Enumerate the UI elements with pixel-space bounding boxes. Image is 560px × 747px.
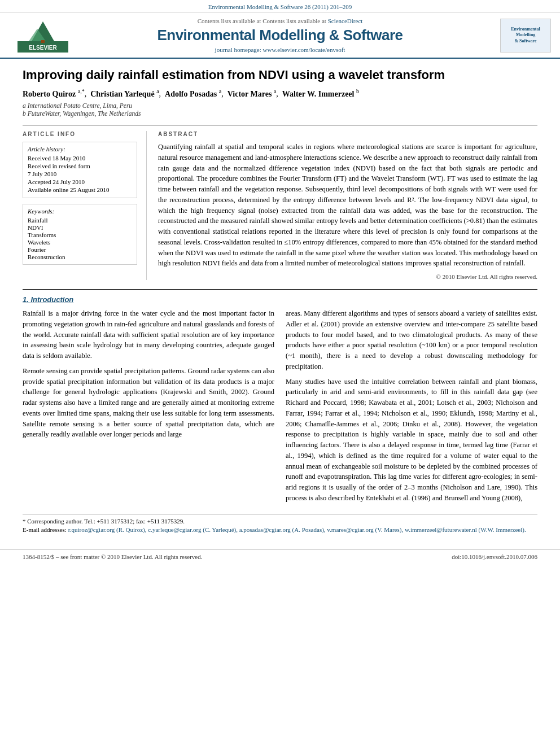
footnote-star: * Corresponding author. Tel.: +511 31753… <box>23 518 537 525</box>
journal-logo-right: EnvironmentalModelling& Software <box>483 19 551 53</box>
footer-doi: doi:10.1016/j.envsoft.2010.07.006 <box>452 553 537 560</box>
keyword-transforms: Transforms <box>28 231 132 238</box>
affiliation-b: b FutureWater, Wageningen, The Netherlan… <box>23 110 537 117</box>
author-yarlequé: Christian Yarlequé <box>90 90 154 98</box>
journal-homepage: journal homepage: www.elsevier.com/locat… <box>82 46 478 53</box>
top-bar: Environmental Modelling & Software 26 (2… <box>0 0 560 13</box>
journal-cover-image: EnvironmentalModelling& Software <box>500 19 551 53</box>
article-title: Improving daily rainfall estimation from… <box>23 68 537 82</box>
article-content: Improving daily rainfall estimation from… <box>0 59 560 544</box>
keywords-label: Keywords: <box>28 208 132 215</box>
accepted-date: Accepted 24 July 2010 <box>28 178 132 185</box>
abstract-heading: ABSTRACT <box>158 131 537 137</box>
journal-center: Contents lists available at Contents lis… <box>77 18 483 53</box>
body-two-col: Rainfall is a major driving force in the… <box>23 308 537 508</box>
history-label: Article history: <box>28 146 132 152</box>
copyright-line: © 2010 Elsevier Ltd. All rights reserved… <box>158 273 537 280</box>
keyword-wavelets: Wavelets <box>28 239 132 246</box>
abstract-panel: ABSTRACT Quantifying rainfall at spatial… <box>158 131 537 280</box>
elsevier-logo-icon: ELSEVIER <box>18 19 68 53</box>
author-immerzeel: Walter W. Immerzeel <box>282 90 355 98</box>
email-list[interactable]: r.quiroz@cgiar.org (R. Quiroz), c.yarleq… <box>68 526 526 533</box>
footer-bar: 1364-8152/$ – see front matter © 2010 El… <box>0 549 560 563</box>
author-mares: Victor Mares <box>228 90 272 98</box>
svg-text:ELSEVIER: ELSEVIER <box>29 45 57 51</box>
elsevier-logo-area: ELSEVIER <box>9 19 77 53</box>
author-quiroz: Roberto Quiroz <box>23 90 76 98</box>
body-left-col: Rainfall is a major driving force in the… <box>23 308 274 508</box>
body-right-p2: Many studies have used the intuitive cor… <box>286 377 537 504</box>
journal-title: Environmental Modelling & Software <box>82 27 478 44</box>
body-right-p1: areas. Many different algorithms and typ… <box>286 308 537 372</box>
keyword-fourier: Fourier <box>28 246 132 253</box>
contents-line: Contents lists available at Contents lis… <box>82 18 478 24</box>
section-divider <box>23 289 537 290</box>
body-left-p2: Remote sensing can provide spatial preci… <box>23 366 274 440</box>
section1-heading: 1. Introduction <box>23 295 537 304</box>
revised-label: Received in revised form <box>28 163 132 169</box>
body-left-p1: Rainfall is a major driving force in the… <box>23 308 274 361</box>
footer-issn: 1364-8152/$ – see front matter © 2010 El… <box>23 553 202 560</box>
keyword-reconstruction: Reconstruction <box>28 254 132 260</box>
available-date: Available online 25 August 2010 <box>28 186 132 193</box>
email-label: E-mail addresses: <box>23 526 68 533</box>
article-history-box: Article history: Received 18 May 2010 Re… <box>23 142 137 198</box>
affiliations: a International Potato Centre, Lima, Per… <box>23 102 537 117</box>
keyword-ndvi: NDVI <box>28 224 132 231</box>
author-posadas: Adolfo Posadas <box>165 90 217 98</box>
journal-header: ELSEVIER Contents lists available at Con… <box>0 13 560 59</box>
authors: Roberto Quiroz a,*, Christian Yarlequé a… <box>23 88 537 99</box>
received-date: Received 18 May 2010 <box>28 155 132 161</box>
abstract-text: Quantifying rainfall at spatial and temp… <box>158 142 537 269</box>
keywords-box: Keywords: Rainfall NDVI Transforms Wavel… <box>23 204 137 265</box>
keyword-rainfall: Rainfall <box>28 217 132 224</box>
revised-date: 7 July 2010 <box>28 171 132 177</box>
footnote-section: * Corresponding author. Tel.: +511 31753… <box>23 514 537 533</box>
article-info-heading: ARTICLE INFO <box>23 131 137 137</box>
article-info-panel: ARTICLE INFO Article history: Received 1… <box>23 131 147 280</box>
affiliation-a: a International Potato Centre, Lima, Per… <box>23 102 537 109</box>
sciencedirect-text[interactable]: ScienceDirect <box>328 18 363 24</box>
footnote-emails: E-mail addresses: r.quiroz@cgiar.org (R.… <box>23 526 537 533</box>
svg-rect-4 <box>41 40 45 43</box>
body-right-col: areas. Many different algorithms and typ… <box>286 308 537 508</box>
article-info-abstract-section: ARTICLE INFO Article history: Received 1… <box>23 125 537 280</box>
journal-citation: Environmental Modelling & Software 26 (2… <box>208 3 352 10</box>
